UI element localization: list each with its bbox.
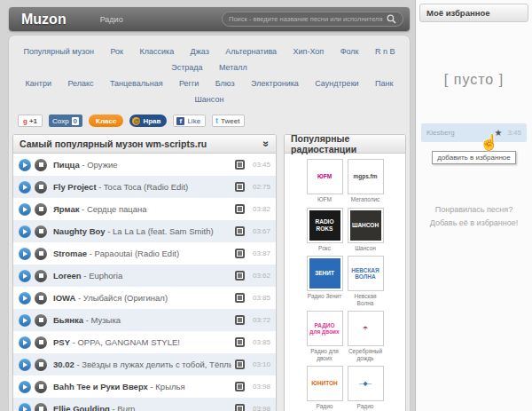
facebook-like-button[interactable]: fLike [173,115,206,127]
genre-link[interactable]: Кантри [26,79,51,88]
download-icon[interactable] [235,382,245,391]
radio-station-tile[interactable]: ЗЕНИТ Радио Зенит [307,256,343,306]
download-icon[interactable] [235,204,245,214]
play-icon[interactable] [19,381,31,393]
radio-station-tile[interactable]: НЕВСКАЯ ВОЛНА Невская Волна [348,256,384,306]
genre-link[interactable]: Хип-Хоп [293,47,325,56]
track-artist: Бьянка [53,315,83,325]
track-row[interactable]: Bahh Tee и Руки Вверх - Крылья 03:98 [13,375,276,398]
radio-station-logo[interactable]: mgps.fm [348,159,384,194]
genre-link[interactable]: Альтернатива [225,47,277,56]
play-icon[interactable] [19,225,31,238]
genre-link[interactable]: Панк [375,79,393,88]
play-icon[interactable] [19,270,31,282]
genre-link[interactable]: Блюз [215,79,235,88]
radio-station-logo[interactable]: ЗЕНИТ [307,256,343,291]
track-row[interactable]: Fly Project - Toca Toca (Radio Edit) 02:… [13,176,276,198]
download-icon[interactable] [235,271,245,281]
download-icon[interactable] [235,404,245,411]
genre-link[interactable]: R n B [375,47,395,56]
stop-icon[interactable] [35,181,47,194]
radio-station-tile[interactable]: ☂ Серебряный дождь [348,311,384,361]
track-row[interactable]: Ярмак - Сердце пацана 03:82 [13,198,276,220]
search-box[interactable] [222,12,403,27]
track-row[interactable]: PSY - OPPA, GANGNAM STYLE! 03:85 [13,331,276,353]
genre-link[interactable]: Эстрада [171,63,202,72]
play-icon[interactable] [19,159,31,171]
radio-station-tile[interactable]: mgps.fm Мегаполис [348,159,384,203]
track-row[interactable]: 30.02 - Звёзды в лужах делить с тобой, Т… [13,353,276,375]
genre-link[interactable]: Электроника [251,79,299,88]
radio-station-tile[interactable]: ЮНИТОН Радио Юнитон (Новосибирск) [307,366,343,411]
download-icon[interactable] [235,293,245,303]
play-icon[interactable] [19,403,31,411]
search-button[interactable] [387,14,396,24]
download-icon[interactable] [235,315,245,325]
genre-link[interactable]: Танцевальная [110,79,163,88]
track-row[interactable]: Loreen - Euphoria 03:62 [13,265,276,287]
nav-link-radio[interactable]: Радио [100,15,123,24]
genre-link[interactable]: Регги [179,79,199,88]
download-icon[interactable] [235,182,245,192]
play-icon[interactable] [19,181,31,194]
play-icon[interactable] [19,248,31,260]
radio-station-tile[interactable]: RADIO ROKS Рокс [307,208,343,252]
genre-link[interactable]: Рок [110,47,123,56]
play-icon[interactable] [19,336,31,349]
chevron-double-down-icon[interactable]: » [262,141,271,147]
genre-link[interactable]: Релакс [67,79,93,88]
radio-station-tile[interactable]: РАДИО для двоих Радио для двоих [307,311,343,361]
stop-icon[interactable] [35,225,47,238]
radio-station-logo[interactable]: НЕВСКАЯ ВОЛНА [348,256,384,291]
radio-station-logo[interactable]: ─◆─ [348,366,384,401]
genre-link[interactable]: Саундтреки [315,79,358,88]
track-row[interactable]: Бьянка - Музыка 03:72 [13,309,276,331]
stop-icon[interactable] [35,314,47,327]
tweet-button[interactable]: tTweet [212,115,245,127]
track-row[interactable]: Stromae - Papaoutai (Radio Edit) 03:87 [13,242,276,265]
stop-icon[interactable] [35,403,47,411]
stop-icon[interactable] [35,359,47,371]
vk-share-button[interactable]: Сохр0 [49,115,82,127]
stop-icon[interactable] [35,248,47,260]
track-row[interactable]: Ellie Goulding - Burn 03:98 [13,398,276,411]
play-icon[interactable] [19,314,31,327]
mailru-share-button[interactable]: @Нрав [129,115,167,127]
genre-link[interactable]: Классика [139,47,174,56]
download-icon[interactable] [235,160,245,170]
stop-icon[interactable] [35,381,47,393]
genre-link[interactable]: Шансон [195,95,224,104]
stop-icon[interactable] [35,292,47,304]
radio-station-logo[interactable]: ШАНСОН [348,208,384,243]
odnoklassniki-share-button[interactable]: Класс [89,115,123,127]
play-icon[interactable] [19,203,31,216]
radio-station-logo[interactable]: ЮFM [307,159,343,194]
gplus-share-button[interactable]: g+1 [18,115,43,127]
genre-link[interactable]: Металл [219,63,247,72]
radio-station-tile[interactable]: ЮFM ЮFM [307,159,343,203]
play-icon[interactable] [19,292,31,304]
genre-link[interactable]: Популярный музон [23,47,94,56]
stop-icon[interactable] [35,270,47,282]
twitter-icon: t [215,116,218,125]
track-row[interactable]: Naughty Boy - La La La (feat. Sam Smith)… [13,220,276,242]
radio-station-tile[interactable]: ─◆─ Радио Сибирь [348,366,384,411]
track-row[interactable]: IOWA - Улыбайся (Оригинал) 03:85 [13,287,276,309]
genre-link[interactable]: Джаз [191,47,209,56]
stop-icon[interactable] [35,159,47,171]
radio-station-tile[interactable]: ШАНСОН Шансон [348,208,384,252]
stop-icon[interactable] [35,203,47,216]
track-row[interactable]: Пицца - Оружие 03:45 [13,154,276,176]
download-icon[interactable] [235,360,245,369]
download-icon[interactable] [235,226,245,236]
download-icon[interactable] [235,249,245,258]
radio-station-logo[interactable]: RADIO ROKS [307,208,343,243]
radio-station-logo[interactable]: ЮНИТОН [307,366,343,401]
play-icon[interactable] [19,359,31,371]
radio-station-logo[interactable]: ☂ [348,311,384,346]
genre-link[interactable]: Фолк [340,47,359,56]
search-input[interactable] [229,15,387,23]
radio-station-logo[interactable]: РАДИО для двоих [307,311,343,346]
download-icon[interactable] [235,337,245,347]
stop-icon[interactable] [35,336,47,349]
